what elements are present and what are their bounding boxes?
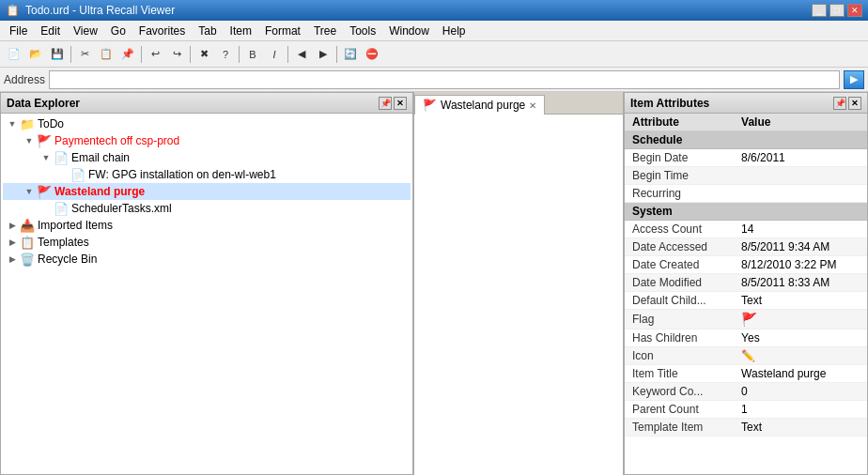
expander-recyclebin[interactable]: ▶ <box>5 252 20 267</box>
tb-open[interactable]: 📂 <box>25 44 46 65</box>
tree-item-paymentech[interactable]: ▼ 🚩 Paymentech off csp-prod <box>3 132 411 149</box>
menu-tree[interactable]: Tree <box>308 23 342 39</box>
tb-nav-back[interactable]: ◀ <box>291 44 312 65</box>
attr-row-begintime: Begin Time <box>625 167 867 185</box>
attr-table-inner: Attribute Value Schedule Begin Date 8/6/… <box>625 114 867 437</box>
attr-row-datecreated: Date Created 8/12/2010 3:22 PM <box>625 256 867 274</box>
tree-item-recyclebin[interactable]: ▶ 🗑️ Recycle Bin <box>3 251 411 268</box>
attr-panel-close-button[interactable]: ✕ <box>848 97 861 110</box>
tb-redo[interactable]: ↪ <box>166 44 187 65</box>
panel-close-button[interactable]: ✕ <box>394 97 407 110</box>
menu-help[interactable]: Help <box>437 23 472 39</box>
expander-paymentech[interactable]: ▼ <box>22 133 37 148</box>
tab-close-button[interactable]: ✕ <box>529 100 536 111</box>
tb-sep1 <box>70 46 71 63</box>
tree-item-importeditems[interactable]: ▶ 📥 Imported Items <box>3 217 411 234</box>
titlebar-title: Todo.urd - Ultra Recall Viewer <box>25 4 175 17</box>
panel-pin-button[interactable]: 📌 <box>379 97 392 110</box>
main-area: Data Explorer 📌 ✕ ▼ 📁 ToDo ▼ 🚩 Paymentec… <box>0 92 868 475</box>
minimize-button[interactable]: _ <box>812 4 827 17</box>
attr-name-icon: Icon <box>625 347 734 365</box>
icon-paymentech: 🚩 <box>37 134 52 148</box>
label-emailchain: Email chain <box>71 151 130 164</box>
attr-panel-pin-button[interactable]: 📌 <box>833 97 846 110</box>
tb-new[interactable]: 📄 <box>4 44 24 65</box>
tb-format2[interactable]: I <box>264 44 285 65</box>
attr-value-itemtitle: Wasteland purge <box>734 365 867 383</box>
label-templates: Templates <box>38 236 89 249</box>
tb-copy[interactable]: 📋 <box>96 44 116 65</box>
attr-row-parentcount: Parent Count 1 <box>625 401 867 419</box>
item-attributes-label: Item Attributes <box>630 97 709 110</box>
menu-go[interactable]: Go <box>105 23 132 39</box>
expander-emailchain[interactable]: ▼ <box>39 150 54 165</box>
item-attributes-header: Item Attributes 📌 ✕ <box>625 93 867 114</box>
menu-file[interactable]: File <box>4 23 33 39</box>
address-go-button[interactable]: ▶ <box>844 70 864 89</box>
attr-section-schedule: Schedule <box>625 131 867 149</box>
attr-name-flag: Flag <box>625 310 734 329</box>
titlebar-icon: 📋 <box>6 4 20 17</box>
menu-format[interactable]: Format <box>259 23 306 39</box>
tb-undo[interactable]: ↩ <box>145 44 165 65</box>
close-button[interactable]: ✕ <box>847 4 862 17</box>
tree-item-todo[interactable]: ▼ 📁 ToDo <box>3 115 411 132</box>
tb-paste[interactable]: 📌 <box>117 44 138 65</box>
tb-sep5 <box>287 46 288 63</box>
tab-wasteland[interactable]: 🚩 Wasteland purge ✕ <box>414 95 545 115</box>
tree-item-fwgpg[interactable]: 📄 FW: GPG installation on den-wl-web1 <box>3 166 411 183</box>
icon-edit: ✏️ <box>741 349 755 362</box>
tree-view: ▼ 📁 ToDo ▼ 🚩 Paymentech off csp-prod ▼ 📄… <box>1 114 412 474</box>
menu-view[interactable]: View <box>68 23 103 39</box>
tb-sep6 <box>336 46 337 63</box>
icon-schedulertasks: 📄 <box>54 202 69 216</box>
attr-value-parentcount: 1 <box>734 401 867 419</box>
tab-icon: 🚩 <box>423 99 437 112</box>
panel-controls: 📌 ✕ <box>379 97 407 110</box>
data-explorer-header: Data Explorer 📌 ✕ <box>1 93 412 114</box>
menu-tab[interactable]: Tab <box>193 23 222 39</box>
tb-cut[interactable]: ✂ <box>74 44 95 65</box>
menu-window[interactable]: Window <box>383 23 435 39</box>
data-explorer-title-group: Data Explorer <box>7 97 80 110</box>
maximize-button[interactable]: □ <box>829 4 845 17</box>
tb-help[interactable]: ? <box>215 44 236 65</box>
toolbar: 📄 📂 💾 ✂ 📋 📌 ↩ ↪ ✖ ? B I ◀ ▶ 🔄 ⛔ <box>0 41 868 68</box>
tree-item-wasteland[interactable]: ▼ 🚩 Wasteland purge <box>3 183 411 200</box>
attr-row-recurring: Recurring <box>625 185 867 203</box>
tb-del[interactable]: ✖ <box>194 44 214 65</box>
attr-value-begindate: 8/6/2011 <box>734 149 867 167</box>
menu-tools[interactable]: Tools <box>344 23 381 39</box>
tb-stop[interactable]: ⛔ <box>362 44 382 65</box>
attr-section-system: System <box>625 203 867 221</box>
tb-save[interactable]: 💾 <box>47 44 68 65</box>
attr-row-haschildren: Has Children Yes <box>625 329 867 347</box>
tree-item-schedulertasks[interactable]: 📄 SchedulerTasks.xml <box>3 200 411 217</box>
tb-format1[interactable]: B <box>242 44 263 65</box>
attr-row-templateitem: Template Item Text <box>625 419 867 437</box>
menu-favorites[interactable]: Favorites <box>133 23 191 39</box>
attr-column-header-row: Attribute Value <box>625 114 867 131</box>
address-label: Address <box>4 73 45 86</box>
label-recyclebin: Recycle Bin <box>38 253 97 266</box>
attr-value-icon: ✏️ <box>734 347 867 365</box>
tree-item-templates[interactable]: ▶ 📋 Templates <box>3 234 411 251</box>
expander-wasteland[interactable]: ▼ <box>22 184 37 199</box>
expander-todo[interactable]: ▼ <box>5 116 20 131</box>
expander-templates[interactable]: ▶ <box>5 235 20 250</box>
menu-edit[interactable]: Edit <box>35 23 66 39</box>
attr-name-begindate: Begin Date <box>625 149 734 167</box>
tree-item-emailchain[interactable]: ▼ 📄 Email chain <box>3 149 411 166</box>
address-input[interactable] <box>49 70 840 89</box>
attr-name-begintime: Begin Time <box>625 167 734 185</box>
tb-refresh[interactable]: 🔄 <box>340 44 361 65</box>
menu-item[interactable]: Item <box>225 23 257 39</box>
label-schedulertasks: SchedulerTasks.xml <box>71 202 172 215</box>
item-attributes-panel: Item Attributes 📌 ✕ Attribute Value Sche… <box>624 92 868 475</box>
attr-row-accesscount: Access Count 14 <box>625 221 867 238</box>
flag-icon: 🚩 <box>741 312 757 327</box>
attr-value-begintime <box>734 167 867 185</box>
tb-nav-fwd[interactable]: ▶ <box>313 44 333 65</box>
expander-importeditems[interactable]: ▶ <box>5 218 20 233</box>
tab-label: Wasteland purge <box>441 99 525 112</box>
